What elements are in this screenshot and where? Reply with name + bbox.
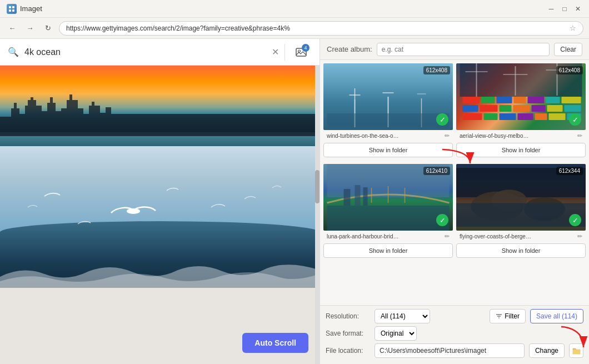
album-input[interactable] — [377, 43, 550, 56]
turbines-svg — [323, 83, 453, 127]
app-title: Imaget — [20, 4, 42, 13]
bridge-item-name: luna-park-and-harbour-bridge-in-s — [327, 233, 399, 240]
wind-show-folder-button[interactable]: Show in folder — [323, 143, 453, 157]
coast-show-folder-button[interactable]: Show in folder — [456, 243, 586, 258]
browser-bar: ← → ↻ https://www.gettyimages.com/search… — [0, 18, 589, 39]
svg-point-6 — [127, 208, 140, 214]
svg-rect-24 — [480, 105, 498, 112]
resolution-select[interactable]: All (114) — [375, 309, 430, 323]
svg-point-5 — [298, 50, 301, 52]
port-edit-icon[interactable]: ✏ — [577, 132, 582, 139]
wind-badge: 612x408 — [423, 66, 450, 74]
clear-search-button[interactable]: ✕ — [272, 47, 279, 57]
svg-rect-26 — [513, 105, 530, 112]
format-row: Save format: Original — [326, 326, 583, 341]
url-bar[interactable]: https://www.gettyimages.com/search/2/ima… — [59, 21, 583, 36]
bottom-controls: Resolution: All (114) Filter Save all (1… — [320, 305, 589, 364]
bridge-show-folder-button[interactable]: Show in folder — [323, 243, 453, 258]
file-location-row: File location: Change — [326, 343, 583, 358]
grid-item-bridge: 612x410 ✓ luna-park-and-harbour-bridge-i… — [323, 164, 453, 261]
wind-item-name: wind-turbines-on-the-sea-on-a-sur — [327, 133, 399, 139]
waves-svg — [0, 260, 320, 288]
svg-rect-49 — [355, 185, 361, 206]
svg-rect-50 — [363, 187, 368, 206]
red-arrow-1 — [440, 147, 473, 169]
title-bar: Imaget ─ □ ✕ — [0, 0, 589, 18]
svg-rect-0 — [9, 6, 11, 8]
resolution-row: Resolution: All (114) Filter Save all (1… — [326, 309, 583, 323]
file-location-label: File location: — [326, 347, 370, 355]
svg-rect-17 — [481, 97, 495, 103]
coast-edit-icon[interactable]: ✏ — [577, 233, 582, 240]
wind-turbines-image: 612x408 ✓ — [323, 63, 453, 130]
birds-svg — [0, 157, 320, 268]
bridge-check: ✓ — [436, 214, 448, 226]
format-select[interactable]: Original — [375, 326, 417, 341]
wind-check: ✓ — [436, 113, 448, 126]
right-panel: Create album: Clear — [320, 39, 589, 364]
hong-kong-image — [0, 66, 320, 146]
wind-item-info: wind-turbines-on-the-sea-on-a-sur ✏ — [323, 130, 453, 142]
forward-button[interactable]: → — [23, 22, 37, 35]
save-all-button[interactable]: Save all (114) — [530, 309, 583, 323]
svg-rect-56 — [456, 203, 586, 227]
svg-rect-34 — [535, 113, 547, 120]
city-silhouette — [0, 92, 320, 136]
svg-rect-1 — [12, 6, 14, 8]
svg-rect-23 — [463, 105, 478, 112]
search-bar: 🔍 ✕ 4 — [0, 39, 320, 66]
clear-button[interactable]: Clear — [554, 43, 582, 56]
search-input[interactable] — [24, 47, 266, 57]
file-location-input[interactable] — [375, 343, 525, 358]
left-panel: 🔍 ✕ 4 — [0, 39, 320, 364]
svg-rect-30 — [463, 113, 482, 120]
filter-icon — [496, 313, 502, 320]
svg-rect-18 — [497, 97, 512, 103]
url-text: https://www.gettyimages.com/search/2/ima… — [66, 24, 565, 32]
search-icon: 🔍 — [8, 47, 19, 57]
svg-rect-48 — [344, 189, 351, 206]
bridge-edit-icon[interactable]: ✏ — [445, 233, 450, 240]
svg-rect-2 — [9, 9, 11, 12]
bookmark-icon: ☆ — [570, 24, 576, 32]
svg-rect-3 — [12, 9, 14, 12]
auto-scroll-button[interactable]: Auto Scroll — [242, 333, 308, 353]
format-label: Save format: — [326, 330, 370, 337]
scroll-thumb[interactable] — [315, 170, 320, 203]
back-button[interactable]: ← — [6, 22, 19, 35]
main-layout: 🔍 ✕ 4 — [0, 39, 589, 364]
coast-check: ✓ — [569, 214, 581, 226]
red-arrow-2 — [556, 324, 589, 352]
right-image-grid: 612x408 ✓ wind-turbines-on-the-sea-on-a-… — [320, 60, 589, 305]
resolution-label: Resolution: — [326, 312, 370, 320]
svg-rect-32 — [500, 113, 516, 120]
right-top-bar: Create album: Clear — [320, 39, 589, 60]
wind-edit-icon[interactable]: ✏ — [445, 132, 450, 139]
svg-rect-31 — [484, 113, 498, 120]
minimize-button[interactable]: ─ — [547, 4, 556, 13]
svg-rect-51 — [327, 206, 450, 231]
close-button[interactable]: ✕ — [573, 4, 582, 13]
grid-item-wind: 612x408 ✓ wind-turbines-on-the-sea-on-a-… — [323, 63, 453, 161]
svg-rect-28 — [547, 105, 563, 112]
svg-rect-16 — [463, 97, 480, 103]
port-check: ✓ — [569, 113, 581, 126]
svg-rect-14 — [327, 113, 450, 127]
create-album-label: Create album: — [327, 45, 372, 53]
grid-item-coast: 612x344 ✓ flying-over-coasts-of-bergen-i… — [456, 164, 586, 261]
image-search-button[interactable]: 4 — [291, 42, 312, 63]
svg-rect-20 — [528, 97, 545, 103]
svg-rect-27 — [532, 105, 546, 112]
refresh-button[interactable]: ↻ — [41, 22, 54, 35]
maximize-button[interactable]: □ — [560, 4, 569, 13]
divider — [284, 44, 285, 61]
svg-rect-21 — [546, 97, 560, 103]
scroll-track — [315, 66, 320, 364]
coast-item-name: flying-over-coasts-of-bergen-in-th — [460, 233, 532, 240]
filter-button[interactable]: Filter — [490, 309, 526, 323]
app-icon — [7, 4, 17, 14]
bridge-image: 612x410 ✓ — [323, 164, 453, 231]
port-show-folder-button[interactable]: Show in folder — [456, 143, 586, 157]
image-grid-row-1: 612x408 ✓ wind-turbines-on-the-sea-on-a-… — [323, 63, 586, 161]
coast-image: 612x344 ✓ — [456, 164, 586, 231]
